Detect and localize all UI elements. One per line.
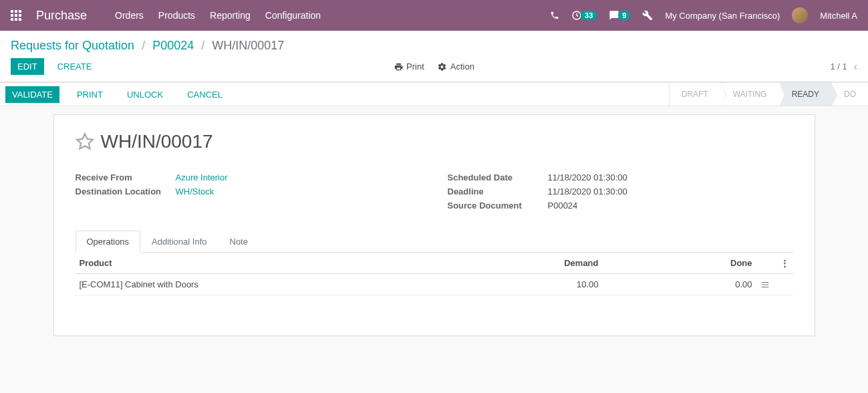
nav-reporting[interactable]: Reporting	[210, 10, 251, 21]
breadcrumb-sep: /	[142, 39, 145, 52]
edit-button[interactable]: EDIT	[11, 58, 44, 75]
activities-badge: 33	[581, 11, 597, 20]
navbar-right: 33 9 My Company (San Francisco) Mitchell…	[550, 7, 857, 23]
receive-from-value[interactable]: Azure Interior	[176, 172, 228, 182]
nav-menu: Orders Products Reporting Configuration	[115, 10, 321, 21]
cell-done: 0.00	[603, 274, 756, 295]
center-actions: Print Action	[394, 61, 474, 72]
tab-note[interactable]: Note	[219, 231, 259, 252]
breadcrumb-po[interactable]: P00024	[152, 39, 194, 52]
print-label: Print	[406, 61, 424, 72]
cell-demand: 10.00	[482, 274, 603, 295]
print-button[interactable]: PRINT	[70, 86, 110, 103]
phone-icon[interactable]	[550, 11, 559, 20]
source-label: Source Document	[448, 201, 548, 211]
print-icon	[394, 62, 403, 72]
svg-marker-1	[77, 134, 92, 148]
statusbar: VALIDATE PRINT UNLOCK CANCEL DRAFT WAITI…	[0, 82, 868, 106]
col-done[interactable]: Done	[603, 253, 756, 274]
navbar-left: Purchase Orders Products Reporting Confi…	[11, 9, 321, 23]
tabs: Operations Additional Info Note	[76, 231, 793, 253]
nav-products[interactable]: Products	[158, 10, 195, 21]
breadcrumb: Requests for Quotation / P00024 / WH/IN/…	[11, 39, 857, 53]
fields-grid: Receive From Azure Interior Destination …	[76, 172, 793, 215]
tab-operations[interactable]: Operations	[76, 231, 141, 253]
field-deadline: Deadline 11/18/2020 01:30:00	[448, 186, 793, 196]
destination-label: Destination Location	[76, 186, 176, 196]
scheduled-value: 11/18/2020 01:30:00	[548, 172, 627, 182]
col-product[interactable]: Product	[76, 253, 482, 274]
deadline-label: Deadline	[448, 186, 548, 196]
print-dropdown[interactable]: Print	[394, 61, 424, 72]
breadcrumb-rfq[interactable]: Requests for Quotation	[11, 39, 134, 52]
destination-value[interactable]: WH/Stock	[176, 186, 214, 196]
field-scheduled: Scheduled Date 11/18/2020 01:30:00	[448, 172, 793, 182]
form-sheet: WH/IN/00017 Receive From Azure Interior …	[53, 114, 815, 336]
pager-prev[interactable]: ‹	[854, 61, 857, 73]
scheduled-label: Scheduled Date	[448, 172, 548, 182]
breadcrumb-current: WH/IN/00017	[212, 39, 284, 52]
unlock-button[interactable]: UNLOCK	[120, 86, 170, 103]
col-demand[interactable]: Demand	[482, 253, 603, 274]
cancel-button[interactable]: CANCEL	[180, 86, 229, 103]
brand[interactable]: Purchase	[36, 9, 87, 23]
star-icon[interactable]	[76, 132, 94, 151]
step-draft[interactable]: DRAFT	[669, 83, 720, 106]
status-actions: VALIDATE PRINT UNLOCK CANCEL	[5, 86, 229, 103]
validate-button[interactable]: VALIDATE	[5, 86, 59, 103]
navbar: Purchase Orders Products Reporting Confi…	[0, 0, 868, 31]
nav-configuration[interactable]: Configuration	[265, 10, 321, 21]
field-receive-from: Receive From Azure Interior	[76, 172, 421, 182]
messages-badge: 9	[618, 11, 630, 20]
pager: 1 / 1 ‹	[830, 61, 857, 73]
field-destination: Destination Location WH/Stock	[76, 186, 421, 196]
breadcrumb-row: Requests for Quotation / P00024 / WH/IN/…	[0, 31, 868, 58]
step-ready[interactable]: READY	[779, 83, 831, 106]
apps-icon[interactable]	[11, 10, 21, 21]
detail-icon[interactable]	[760, 280, 772, 289]
user-name[interactable]: Mitchell A	[820, 11, 857, 21]
company-switcher[interactable]: My Company (San Francisco)	[665, 11, 780, 21]
field-source: Source Document P00024	[448, 201, 793, 211]
operations-table: Product Demand Done ⋮ [E-COM11] Cabinet …	[76, 253, 793, 295]
table-row[interactable]: [E-COM11] Cabinet with Doors 10.00 0.00	[76, 274, 793, 295]
source-value: P00024	[548, 201, 578, 211]
action-label: Action	[450, 61, 474, 72]
col-menu-icon[interactable]: ⋮	[776, 253, 793, 274]
deadline-value: 11/18/2020 01:30:00	[548, 186, 627, 196]
gear-icon	[438, 62, 447, 72]
action-dropdown[interactable]: Action	[438, 61, 474, 72]
receive-from-label: Receive From	[76, 172, 176, 182]
actions-row: EDIT CREATE Print Action 1 / 1 ‹	[0, 58, 868, 82]
messages-icon[interactable]: 9	[609, 10, 630, 21]
title-row: WH/IN/00017	[76, 131, 793, 152]
avatar[interactable]	[792, 7, 808, 23]
breadcrumb-sep: /	[201, 39, 204, 52]
cell-product: [E-COM11] Cabinet with Doors	[76, 274, 482, 295]
activities-icon[interactable]: 33	[571, 10, 597, 21]
fields-right: Scheduled Date 11/18/2020 01:30:00 Deadl…	[448, 172, 793, 215]
create-button[interactable]: CREATE	[51, 58, 99, 75]
pager-value[interactable]: 1 / 1	[830, 61, 847, 72]
tab-additional[interactable]: Additional Info	[140, 231, 218, 252]
page-title: WH/IN/00017	[101, 131, 213, 152]
status-steps: DRAFT WAITING READY DO	[669, 83, 868, 106]
nav-orders[interactable]: Orders	[115, 10, 144, 21]
debug-icon[interactable]	[642, 10, 653, 21]
fields-left: Receive From Azure Interior Destination …	[76, 172, 421, 215]
form-container: WH/IN/00017 Receive From Azure Interior …	[0, 106, 868, 352]
control-panel: Requests for Quotation / P00024 / WH/IN/…	[0, 31, 868, 82]
step-waiting[interactable]: WAITING	[720, 83, 779, 106]
